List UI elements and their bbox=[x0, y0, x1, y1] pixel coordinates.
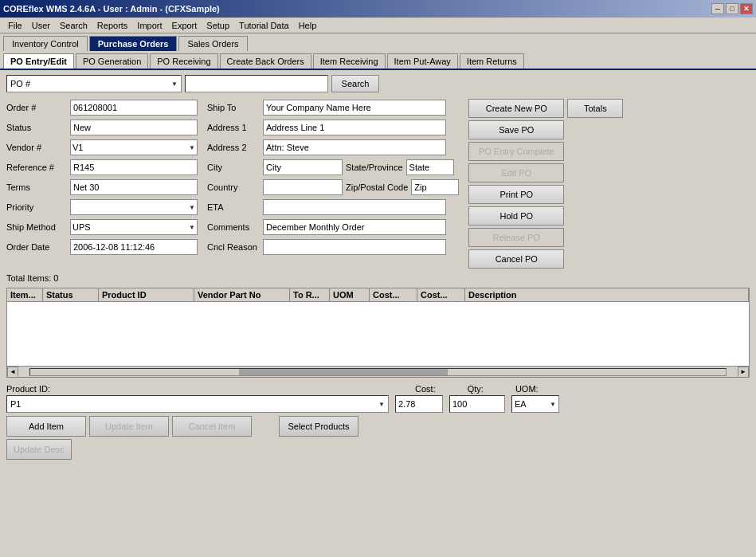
status-label: Status bbox=[6, 123, 70, 132]
subtab-po-receiving[interactable]: PO Receiving bbox=[150, 53, 217, 69]
cost-label: Cost: bbox=[415, 384, 436, 394]
ship-method-arrow-icon: ▼ bbox=[189, 224, 195, 231]
cancel-item-button[interactable]: Cancel Item bbox=[172, 416, 252, 437]
city-field[interactable] bbox=[263, 159, 343, 175]
cost-input[interactable] bbox=[395, 395, 443, 413]
subtab-item-receiving[interactable]: Item Receiving bbox=[313, 53, 386, 69]
comments-field[interactable] bbox=[263, 219, 446, 235]
middle-form: Ship To Address 1 Address 2 City State/P… bbox=[207, 99, 459, 269]
tab-purchase-orders[interactable]: Purchase Orders bbox=[89, 36, 178, 51]
terms-label: Terms bbox=[6, 182, 70, 192]
order-date-field[interactable] bbox=[70, 239, 198, 255]
tab-sales-orders[interactable]: Sales Orders bbox=[178, 36, 247, 51]
qty-input[interactable] bbox=[449, 395, 505, 413]
close-button[interactable]: ✕ bbox=[740, 3, 753, 14]
update-desc-button[interactable]: Update Desc bbox=[6, 439, 72, 460]
add-item-button[interactable]: Add Item bbox=[6, 416, 86, 437]
col-description: Description bbox=[465, 288, 749, 301]
product-entry-section: Product ID: Cost: Qty: UOM: P1 ▼ EA ▼ Ad… bbox=[6, 384, 750, 460]
reference-field[interactable] bbox=[70, 159, 198, 175]
right-buttons: Create New PO Save PO PO Entry Complete … bbox=[468, 99, 564, 269]
col-product-id: Product ID bbox=[99, 288, 194, 301]
subtab-create-back-orders[interactable]: Create Back Orders bbox=[220, 53, 311, 69]
menu-tutorial-data[interactable]: Tutorial Data bbox=[234, 19, 294, 32]
country-field[interactable] bbox=[263, 179, 343, 195]
scrollbar-thumb[interactable] bbox=[239, 369, 448, 375]
eta-field[interactable] bbox=[263, 199, 446, 215]
city-label: City bbox=[207, 163, 263, 172]
scroll-right-button[interactable]: ► bbox=[738, 367, 749, 378]
release-po-button[interactable]: Release PO bbox=[468, 228, 564, 247]
col-cost2: Cost... bbox=[417, 288, 465, 301]
subtab-item-put-away[interactable]: Item Put-Away bbox=[387, 53, 458, 69]
product-id-value: P1 bbox=[10, 399, 21, 409]
zip-field[interactable] bbox=[411, 179, 459, 195]
uom-dropdown[interactable]: EA ▼ bbox=[511, 395, 559, 413]
create-new-po-button[interactable]: Create New PO bbox=[468, 99, 564, 118]
col-uom: UOM bbox=[330, 288, 370, 301]
vendor-dropdown[interactable]: V1 ▼ bbox=[70, 139, 198, 155]
left-form: Order # Status Vendor # V1 ▼ Reference #… bbox=[6, 99, 198, 269]
terms-field[interactable] bbox=[70, 179, 198, 195]
product-id-dropdown[interactable]: P1 ▼ bbox=[6, 395, 389, 413]
tab-inventory-control[interactable]: Inventory Control bbox=[3, 36, 88, 51]
window-controls: ─ □ ✕ bbox=[711, 3, 753, 14]
totals-button[interactable]: Totals bbox=[567, 99, 623, 118]
menu-bar: File User Search Reports Import Export S… bbox=[0, 18, 756, 33]
menu-export[interactable]: Export bbox=[167, 19, 202, 32]
sub-tab-strip: PO Entry/Edit PO Generation PO Receiving… bbox=[0, 51, 756, 70]
menu-reports[interactable]: Reports bbox=[92, 19, 133, 32]
table-scrollbar[interactable]: ◄ ► bbox=[7, 366, 749, 377]
po-search-dropdown[interactable]: PO # ▼ bbox=[6, 75, 182, 92]
product-id-label: Product ID: bbox=[6, 384, 50, 394]
menu-help[interactable]: Help bbox=[294, 19, 322, 32]
po-entry-complete-button[interactable]: PO Entry Complete bbox=[468, 142, 564, 161]
dropdown-arrow-icon: ▼ bbox=[171, 80, 178, 88]
maximize-button[interactable]: □ bbox=[726, 3, 738, 14]
menu-user[interactable]: User bbox=[27, 19, 55, 32]
scroll-left-button[interactable]: ◄ bbox=[7, 367, 18, 378]
search-button[interactable]: Search bbox=[331, 75, 379, 92]
cancel-po-button[interactable]: Cancel PO bbox=[468, 249, 564, 269]
subtab-po-entry-edit[interactable]: PO Entry/Edit bbox=[3, 53, 74, 69]
menu-search[interactable]: Search bbox=[55, 19, 92, 32]
search-row: PO # ▼ Search bbox=[6, 75, 750, 92]
action-buttons-row: Add Item Update Item Cancel Item Select … bbox=[6, 416, 750, 437]
vendor-value: V1 bbox=[72, 143, 83, 152]
subtab-item-returns[interactable]: Item Returns bbox=[460, 53, 524, 69]
print-po-button[interactable]: Print PO bbox=[468, 185, 564, 204]
address2-field[interactable] bbox=[263, 139, 446, 155]
menu-setup[interactable]: Setup bbox=[202, 19, 234, 32]
cncl-reason-field[interactable] bbox=[263, 239, 446, 255]
ship-method-dropdown[interactable]: UPS ▼ bbox=[70, 219, 198, 235]
status-field[interactable] bbox=[70, 120, 198, 135]
menu-file[interactable]: File bbox=[3, 19, 27, 32]
state-province-label: State/Province bbox=[346, 163, 403, 172]
update-item-button[interactable]: Update Item bbox=[89, 416, 169, 437]
priority-dropdown[interactable]: ▼ bbox=[70, 199, 198, 215]
product-dropdown-arrow-icon: ▼ bbox=[378, 401, 385, 408]
ship-to-field[interactable] bbox=[263, 100, 446, 116]
ship-method-label: Ship Method bbox=[6, 222, 70, 232]
minimize-button[interactable]: ─ bbox=[711, 3, 724, 14]
uom-value: EA bbox=[515, 399, 527, 409]
edit-po-button[interactable]: Edit PO bbox=[468, 163, 564, 182]
menu-import[interactable]: Import bbox=[132, 19, 166, 32]
scrollbar-track[interactable] bbox=[29, 368, 727, 376]
subtab-po-generation[interactable]: PO Generation bbox=[76, 53, 148, 69]
state-field[interactable] bbox=[406, 159, 454, 175]
reference-label: Reference # bbox=[6, 163, 70, 172]
main-tab-strip: Inventory Control Purchase Orders Sales … bbox=[0, 33, 756, 51]
search-input[interactable] bbox=[185, 75, 328, 92]
uom-arrow-icon: ▼ bbox=[550, 401, 556, 408]
right-panel: Create New PO Save PO PO Entry Complete … bbox=[468, 99, 623, 269]
order-number-field[interactable] bbox=[70, 100, 198, 116]
vendor-label: Vendor # bbox=[6, 143, 70, 152]
items-table: Item... Status Product ID Vendor Part No… bbox=[6, 288, 750, 378]
hold-po-button[interactable]: Hold PO bbox=[468, 206, 564, 226]
select-products-button[interactable]: Select Products bbox=[279, 416, 358, 437]
main-content: PO # ▼ Search Order # Status Vendor # V1… bbox=[0, 70, 756, 465]
address1-field[interactable] bbox=[263, 120, 446, 135]
save-po-button[interactable]: Save PO bbox=[468, 120, 564, 139]
table-section: Total Items: 0 Item... Status Product ID… bbox=[6, 273, 750, 378]
